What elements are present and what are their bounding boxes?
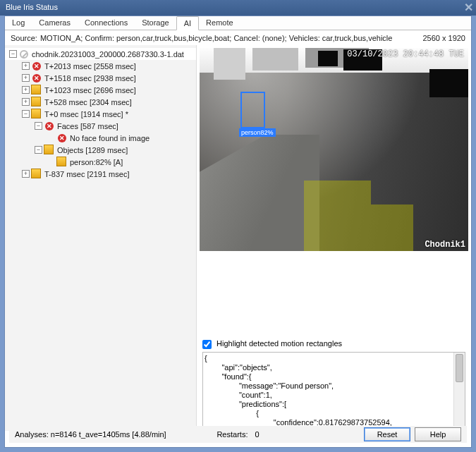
- tree-node-label: T+0 msec [1914 msec] *: [44, 110, 128, 118]
- tab-connections[interactable]: Connections: [78, 16, 135, 30]
- preview-image: 03/10/2023 20:44:48 TUE Chodnik1 person8…: [200, 48, 468, 251]
- motion-rect: [371, 204, 413, 251]
- disabled-icon: [19, 49, 29, 59]
- help-button[interactable]: Help: [415, 427, 461, 441]
- tree-node[interactable]: +✕T+1518 msec [2938 msec]: [5, 72, 196, 84]
- expand-icon[interactable]: +: [22, 170, 30, 178]
- main-split: −chodnik.20231003_200000.2687330.3-1.dat…: [5, 45, 471, 431]
- timestamp-overlay: 03/10/2023 20:44:48 TUE: [347, 49, 464, 59]
- tree-node-label: T-837 msec [2191 msec]: [44, 170, 129, 178]
- tree-node-label: Faces [587 msec]: [57, 122, 118, 130]
- tree-node[interactable]: person:82% [A]: [5, 156, 196, 168]
- collapse-icon[interactable]: −: [35, 122, 42, 130]
- stack-icon: [44, 145, 54, 155]
- tree-node[interactable]: +✕T+2013 msec [2558 msec]: [5, 60, 196, 72]
- tree-node-label: T+1023 msec [2696 msec]: [44, 86, 136, 94]
- right-pane: 03/10/2023 20:44:48 TUE Chodnik1 person8…: [197, 45, 471, 431]
- stack-icon: [32, 85, 42, 95]
- tree-node[interactable]: −chodnik.20231003_200000.2687330.3-1.dat: [5, 48, 196, 60]
- detection-box: person82%: [240, 92, 265, 128]
- collapse-icon[interactable]: −: [35, 146, 42, 154]
- camera-name-overlay: Chodnik1: [425, 240, 465, 250]
- expand-icon[interactable]: +: [22, 86, 30, 94]
- analyses-value: n=8146 t_ave=1405ms [4.88/min]: [51, 430, 166, 439]
- restarts-value: 0: [255, 430, 259, 439]
- tree-node-label: T+528 msec [2304 msec]: [44, 98, 132, 106]
- stack-icon: [57, 157, 67, 167]
- tree-node-label: No face found in image: [70, 134, 149, 142]
- tab-log[interactable]: Log: [5, 16, 32, 30]
- tree-node[interactable]: +T+528 msec [2304 msec]: [5, 96, 196, 108]
- status-window: Blue Iris Status ✕ LogCamerasConnections…: [0, 0, 476, 452]
- tree-node-label: T+2013 msec [2558 msec]: [44, 62, 136, 71]
- detection-label: person82%: [239, 128, 276, 137]
- scrollbar[interactable]: [453, 353, 465, 427]
- stack-icon: [32, 109, 42, 119]
- tree-node[interactable]: −✕Faces [587 msec]: [5, 120, 196, 132]
- highlight-checkbox[interactable]: [202, 340, 212, 349]
- error-icon: ✕: [32, 61, 42, 71]
- tree-spacer: [47, 158, 55, 166]
- expand-icon[interactable]: +: [22, 62, 30, 70]
- expand-icon[interactable]: +: [22, 74, 30, 82]
- error-icon: ✕: [32, 73, 42, 83]
- error-icon: ✕: [44, 121, 54, 131]
- source-row: Source: MOTION_A; Confirm: person,car,tr…: [5, 30, 471, 45]
- stack-icon: [32, 169, 42, 179]
- tree-node[interactable]: −T+0 msec [1914 msec] *: [5, 108, 196, 120]
- tree-node-label: person:82% [A]: [70, 158, 123, 166]
- tab-cameras[interactable]: Cameras: [32, 16, 78, 30]
- reset-button[interactable]: Reset: [364, 427, 410, 441]
- restarts-label: Restarts:: [216, 430, 248, 439]
- scrollbar-thumb[interactable]: [456, 354, 463, 382]
- tab-bar: LogCamerasConnectionsStorageAIRemote: [5, 16, 471, 30]
- event-tree[interactable]: −chodnik.20231003_200000.2687330.3-1.dat…: [5, 45, 197, 431]
- collapse-icon[interactable]: −: [22, 110, 30, 118]
- tab-remote[interactable]: Remote: [199, 16, 240, 30]
- footer: Analyses: n=8146 t_ave=1405ms [4.88/min]…: [9, 426, 467, 443]
- source-label: Source:: [11, 34, 37, 42]
- json-log[interactable]: { "api":"objects", "found":{ "message":"…: [202, 352, 465, 428]
- source-text: MOTION_A; Confirm: person,car,truck,bus,…: [40, 34, 393, 42]
- expand-icon[interactable]: +: [22, 98, 30, 106]
- error-icon: ✕: [57, 133, 67, 143]
- analyses-label: Analyses:: [15, 430, 49, 439]
- tree-node[interactable]: +T+1023 msec [2696 msec]: [5, 84, 196, 96]
- tree-node[interactable]: −Objects [1289 msec]: [5, 144, 196, 156]
- window-title: Blue Iris Status: [6, 3, 58, 11]
- source-resolution: 2560 x 1920: [422, 34, 465, 42]
- titlebar: Blue Iris Status ✕: [0, 0, 476, 16]
- stack-icon: [32, 97, 42, 107]
- motion-rect: [304, 181, 371, 251]
- tree-node[interactable]: ✕No face found in image: [5, 132, 196, 144]
- highlight-row: Highlight detected motion rectangles: [197, 335, 471, 352]
- collapse-icon[interactable]: −: [9, 50, 17, 58]
- tab-ai[interactable]: AI: [176, 16, 199, 30]
- tree-node-label: chodnik.20231003_200000.2687330.3-1.dat: [32, 50, 184, 59]
- tree-spacer: [47, 134, 55, 142]
- client-area: LogCamerasConnectionsStorageAIRemote Sou…: [4, 16, 472, 448]
- close-icon[interactable]: ✕: [464, 1, 473, 14]
- tree-node-label: Objects [1289 msec]: [57, 146, 128, 154]
- tree-node-label: T+1518 msec [2938 msec]: [44, 74, 136, 83]
- tree-node[interactable]: +T-837 msec [2191 msec]: [5, 168, 196, 180]
- tab-storage[interactable]: Storage: [135, 16, 176, 30]
- highlight-checkbox-label[interactable]: Highlight detected motion rectangles: [202, 339, 342, 348]
